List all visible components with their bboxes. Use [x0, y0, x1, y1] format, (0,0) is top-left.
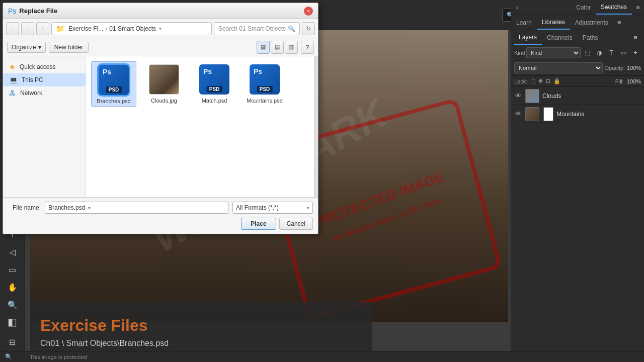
breadcrumb-path-start: Exercise Fi...: [68, 25, 103, 32]
tab-adjustments[interactable]: Adjustments: [570, 16, 613, 29]
file-item-clouds[interactable]: Clouds.jpg: [141, 61, 187, 107]
opacity-value: 100%: [627, 65, 641, 71]
new-folder-button[interactable]: New folder: [49, 42, 89, 53]
tool-path[interactable]: ◁: [5, 244, 21, 260]
breadcrumb-chevron-icon: ▾: [159, 26, 162, 31]
filter-pixel-icon[interactable]: ⬚: [582, 47, 593, 58]
breadcrumb-folder-icon: 📁: [56, 25, 64, 33]
magnifier-icon: 🔍: [5, 353, 12, 360]
tool-zoom[interactable]: 🔍: [5, 297, 21, 313]
file-name-match: Match.psd: [202, 98, 227, 104]
layer-visibility-clouds[interactable]: 👁: [514, 92, 522, 100]
psd-label-mountains: PSD: [257, 86, 273, 93]
replace-file-dialog: Ps Replace File × ← → ↑ 📁 Exercise Fi...…: [3, 3, 318, 234]
file-name-chevron-icon: ▾: [88, 205, 91, 211]
dialog-overlay: Ps Replace File × ← → ↑ 📁 Exercise Fi...…: [0, 0, 322, 241]
tool-channels[interactable]: ⊟: [5, 334, 21, 350]
pc-icon: 💻: [9, 76, 18, 84]
organize-button[interactable]: Organize ▾: [7, 42, 46, 53]
filter-shape-icon[interactable]: ▭: [618, 47, 629, 58]
panel-menu-icon[interactable]: ≡: [632, 2, 644, 14]
tab-layers[interactable]: Layers: [514, 31, 542, 45]
dialog-sidebar: ★ Quick access 💻 This PC 🖧 Network: [3, 56, 86, 197]
dialog-search-box[interactable]: Search 01 Smart Objects 🔍: [214, 22, 300, 35]
tool-colors[interactable]: ◧: [5, 314, 21, 329]
lock-pixel-icon[interactable]: ⬚: [530, 78, 535, 84]
exercise-path: Ch01 \ Smart Objects\Branches.psd: [40, 339, 362, 348]
place-button[interactable]: Place: [241, 218, 276, 230]
layers-tabs-row: Layers Channels Paths ≡: [511, 30, 644, 45]
psd-label-branches: PSD: [106, 86, 122, 93]
organize-chevron-icon: ▾: [38, 44, 41, 51]
exercise-title: Exercise Files: [40, 316, 362, 335]
right-panel: ‹ Color Swatches ≡ Learn Libraries Adjus…: [511, 0, 644, 351]
tab-color[interactable]: Color: [571, 1, 596, 14]
breadcrumb-bar[interactable]: 📁 Exercise Fi... › 01 Smart Objects ▾: [51, 22, 212, 35]
view-list-button[interactable]: ▤: [271, 41, 284, 54]
dialog-close-button[interactable]: ×: [304, 7, 313, 16]
breadcrumb-path-end: 01 Smart Objects: [109, 25, 156, 32]
dialog-titlebar: Ps Replace File ×: [3, 3, 318, 19]
panel-collapse-btn[interactable]: ‹: [511, 2, 523, 14]
filter-type-icon[interactable]: T: [606, 47, 617, 58]
cancel-button[interactable]: Cancel: [279, 218, 313, 230]
tab-swatches[interactable]: Swatches: [596, 1, 632, 15]
dialog-files-area: PSD Branches.psd Clouds.jpg: [86, 56, 314, 197]
opacity-label: Opacity:: [605, 65, 625, 71]
libs-menu-icon[interactable]: ≡: [613, 17, 625, 29]
file-name-clouds: Clouds.jpg: [151, 98, 177, 104]
sidebar-label-this-pc: This PC: [22, 76, 43, 83]
tool-hand[interactable]: ✋: [5, 280, 21, 295]
dialog-ps-icon: Ps: [8, 7, 16, 15]
protected-text: This image is protected: [30, 354, 87, 360]
file-icon-branches: PSD: [98, 64, 130, 96]
file-name-field-label: File name:: [8, 204, 41, 211]
sidebar-item-quick-access[interactable]: ★ Quick access: [3, 60, 86, 73]
lock-artboard-icon[interactable]: ⊡: [546, 78, 550, 84]
layer-row-clouds[interactable]: 👁 Clouds: [511, 87, 644, 105]
layer-thumb-clouds: [525, 89, 539, 103]
file-name-mountains: Mountains.psd: [247, 98, 283, 104]
file-item-match[interactable]: PSD Match.psd: [192, 61, 237, 107]
sidebar-item-network[interactable]: 🖧 Network: [3, 86, 86, 100]
file-name-input[interactable]: Branches.psd ▾: [45, 202, 228, 214]
layer-name-mountains: Mountains: [556, 111, 641, 118]
tab-libraries[interactable]: Libraries: [537, 16, 570, 30]
filter-smart-icon[interactable]: ✦: [630, 47, 641, 58]
layer-row-mountains[interactable]: 👁 Mountains: [511, 105, 644, 123]
filter-adjust-icon[interactable]: ◑: [594, 47, 605, 58]
fill-value: 100%: [627, 78, 641, 84]
red-stamp-text: PROTECTED IMAGE My Website Name & URL He…: [311, 167, 454, 251]
lock-label: Lock:: [514, 78, 527, 84]
blend-mode-select[interactable]: Normal: [514, 62, 603, 73]
view-details-button[interactable]: ▥: [285, 41, 298, 54]
lock-position-icon[interactable]: ✥: [538, 78, 543, 84]
dialog-nav-bar: ← → ↑ 📁 Exercise Fi... › 01 Smart Object…: [3, 19, 318, 38]
nav-back-button[interactable]: ←: [6, 22, 19, 35]
file-item-branches[interactable]: PSD Branches.psd: [91, 61, 136, 107]
layer-visibility-mountains[interactable]: 👁: [514, 110, 522, 118]
view-large-icons-button[interactable]: ▦: [257, 41, 270, 54]
lock-all-icon[interactable]: 🔒: [553, 78, 560, 84]
nav-up-button[interactable]: ↑: [36, 22, 49, 35]
layers-menu-icon[interactable]: ≡: [629, 32, 641, 44]
jpg-icon-clouds: [149, 64, 179, 95]
tool-shape[interactable]: ▭: [5, 262, 21, 278]
dialog-scrollbar[interactable]: [314, 56, 318, 197]
layer-kind-select[interactable]: Kind: [526, 47, 581, 58]
tab-paths[interactable]: Paths: [578, 31, 603, 44]
dialog-title: Replace File: [19, 7, 304, 15]
file-item-mountains[interactable]: PSD Mountains.psd: [242, 61, 287, 107]
libraries-tabs: Learn Libraries Adjustments ≡: [511, 15, 644, 30]
sidebar-item-this-pc[interactable]: 💻 This PC: [3, 73, 86, 86]
nav-forward-button[interactable]: →: [21, 22, 34, 35]
tab-learn[interactable]: Learn: [511, 16, 537, 29]
format-select[interactable]: All Formats (*.*) ▾: [232, 202, 313, 214]
help-button[interactable]: ?: [301, 41, 314, 54]
tab-channels[interactable]: Channels: [542, 31, 578, 44]
refresh-button[interactable]: ↻: [302, 22, 315, 35]
dialog-search-icon: 🔍: [288, 25, 295, 32]
file-icon-match: PSD: [198, 63, 230, 96]
breadcrumb-separator-1: ›: [105, 25, 107, 32]
psd-icon-mountains: PSD: [250, 64, 280, 95]
